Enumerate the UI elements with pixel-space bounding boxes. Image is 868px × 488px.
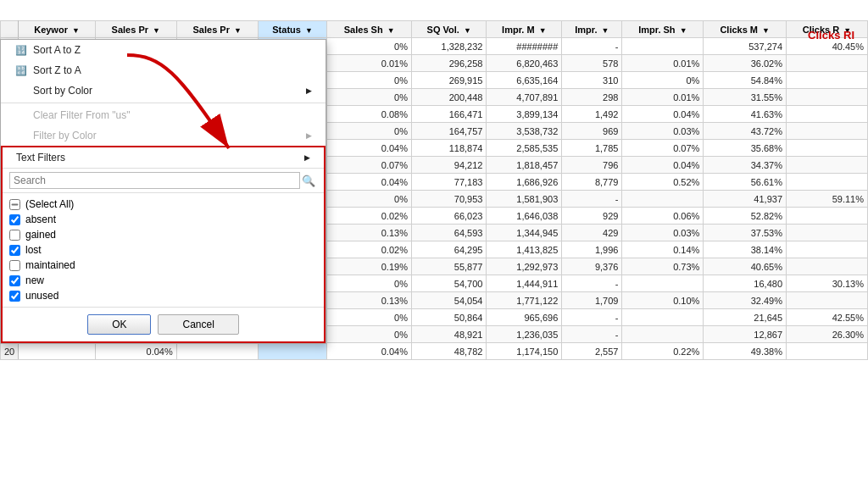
table-cell bbox=[787, 174, 868, 191]
checkbox-item[interactable]: absent bbox=[9, 212, 317, 227]
table-cell: 2,557 bbox=[562, 343, 622, 360]
table-cell: 0.04% bbox=[327, 140, 411, 157]
sort-az-item[interactable]: 🔢 Sort A to Z bbox=[1, 40, 326, 60]
checkbox-label: gained bbox=[25, 229, 56, 241]
col-header-I[interactable]: Impr. Sh ▼ bbox=[622, 21, 704, 38]
table-cell: 32.49% bbox=[704, 292, 787, 309]
table-cell: 0% bbox=[622, 72, 704, 89]
table-cell: 164,757 bbox=[411, 123, 487, 140]
table-cell bbox=[787, 140, 868, 157]
table-cell: 70,953 bbox=[411, 191, 487, 208]
sort-za-icon: 🔡 bbox=[14, 65, 28, 76]
table-cell bbox=[176, 343, 258, 360]
table-cell: 26.30% bbox=[787, 326, 868, 343]
col-header-H[interactable]: Impr. ▼ bbox=[562, 21, 622, 38]
table-cell: 0.08% bbox=[327, 106, 411, 123]
table-cell: 1,292,973 bbox=[487, 258, 562, 275]
ok-button[interactable]: OK bbox=[87, 314, 151, 335]
table-cell: 0% bbox=[327, 123, 411, 140]
table-cell: 64,593 bbox=[411, 225, 487, 241]
table-cell: 77,183 bbox=[411, 174, 487, 191]
table-cell: 9,376 bbox=[562, 258, 622, 275]
checkbox-item[interactable]: lost bbox=[9, 242, 317, 258]
table-cell: 8,779 bbox=[562, 174, 622, 191]
search-button[interactable]: 🔍 bbox=[300, 175, 317, 187]
col-header-D[interactable]: Status ▼ bbox=[258, 21, 327, 38]
table-cell: 965,696 bbox=[487, 309, 562, 326]
table-cell: 41.63% bbox=[704, 106, 787, 123]
row-num-header bbox=[1, 21, 19, 38]
filter-color-item: Filter by Color bbox=[1, 125, 326, 146]
checkbox-input[interactable] bbox=[9, 245, 20, 256]
sort-za-item[interactable]: 🔡 Sort Z to A bbox=[1, 60, 326, 80]
checkbox-list: (Select All)absentgainedlostmaintainedne… bbox=[3, 193, 324, 307]
table-cell: 6,635,164 bbox=[487, 72, 562, 89]
table-cell: ######## bbox=[487, 38, 562, 55]
table-cell: 52.82% bbox=[704, 208, 787, 225]
checkbox-item[interactable]: (Select All) bbox=[9, 197, 317, 212]
table-cell: 43.72% bbox=[704, 123, 787, 140]
table-cell bbox=[787, 258, 868, 275]
table-cell: 0.03% bbox=[622, 225, 704, 241]
sort-color-item[interactable]: Sort by Color bbox=[1, 80, 326, 101]
col-header-F[interactable]: SQ Vol. ▼ bbox=[411, 21, 487, 38]
checkbox-label: maintained bbox=[25, 259, 75, 271]
table-cell: 0.02% bbox=[327, 241, 411, 258]
table-cell: 59.11% bbox=[787, 191, 868, 208]
table-cell: 0.04% bbox=[622, 106, 704, 123]
col-header-E[interactable]: Sales Sh ▼ bbox=[327, 21, 411, 38]
col-header-G[interactable]: Impr. M ▼ bbox=[487, 21, 562, 38]
checkbox-label: lost bbox=[25, 244, 42, 256]
checkbox-item[interactable]: new bbox=[9, 273, 317, 288]
checkbox-input[interactable] bbox=[9, 291, 20, 302]
text-filters-row[interactable]: Text Filters bbox=[3, 147, 324, 169]
table-cell bbox=[19, 343, 96, 360]
table-cell: 41,937 bbox=[704, 191, 787, 208]
table-cell: 166,471 bbox=[411, 106, 487, 123]
table-cell: 1,413,825 bbox=[487, 241, 562, 258]
checkbox-input[interactable] bbox=[9, 214, 20, 225]
table-cell: 200,448 bbox=[411, 89, 487, 106]
search-row: 🔍 bbox=[3, 169, 324, 193]
col-header-A[interactable]: Keywor ▼ bbox=[19, 21, 96, 38]
checkbox-item[interactable]: gained bbox=[9, 227, 317, 242]
col-header-J[interactable]: Clicks M ▼ bbox=[704, 21, 787, 38]
table-cell: 1,686,926 bbox=[487, 174, 562, 191]
table-cell: 3,899,134 bbox=[487, 106, 562, 123]
table-cell: 42.55% bbox=[787, 309, 868, 326]
table-cell bbox=[787, 343, 868, 360]
checkbox-input[interactable] bbox=[9, 199, 20, 210]
clear-filter-label: Clear Filter From "us" bbox=[33, 109, 131, 121]
checkbox-item[interactable]: unused bbox=[9, 288, 317, 303]
footer-buttons: OK Cancel bbox=[3, 307, 324, 341]
table-cell: 1,996 bbox=[562, 241, 622, 258]
table-cell: 1,328,232 bbox=[411, 38, 487, 55]
table-cell: 0% bbox=[327, 72, 411, 89]
table-cell: 1,236,035 bbox=[487, 326, 562, 343]
table-cell: 0.04% bbox=[95, 343, 176, 360]
table-cell: 578 bbox=[562, 55, 622, 72]
table-cell: 36.02% bbox=[704, 55, 787, 72]
col-header-C[interactable]: Sales Pr ▼ bbox=[176, 21, 258, 38]
checkbox-label: (Select All) bbox=[25, 198, 74, 210]
table-cell: 54,054 bbox=[411, 292, 487, 309]
checkbox-item[interactable]: maintained bbox=[9, 258, 317, 273]
checkbox-label: unused bbox=[25, 290, 58, 302]
table-cell: 796 bbox=[562, 157, 622, 174]
checkbox-input[interactable] bbox=[9, 260, 20, 271]
table-cell: 1,344,945 bbox=[487, 225, 562, 241]
table-cell: 310 bbox=[562, 72, 622, 89]
table-cell: 0% bbox=[327, 38, 411, 55]
table-row: 200.04%0.04%48,7821,174,1502,5570.22%49.… bbox=[1, 343, 868, 360]
table-cell: 40.65% bbox=[704, 258, 787, 275]
table-cell: 118,874 bbox=[411, 140, 487, 157]
table-cell: 0.07% bbox=[327, 157, 411, 174]
table-cell: 0.13% bbox=[327, 292, 411, 309]
checkbox-input[interactable] bbox=[9, 275, 20, 286]
search-input[interactable] bbox=[9, 172, 300, 189]
table-cell: 4,707,891 bbox=[487, 89, 562, 106]
table-cell: - bbox=[562, 38, 622, 55]
col-header-B[interactable]: Sales Pr ▼ bbox=[95, 21, 176, 38]
cancel-button[interactable]: Cancel bbox=[158, 314, 238, 335]
checkbox-input[interactable] bbox=[9, 230, 20, 241]
